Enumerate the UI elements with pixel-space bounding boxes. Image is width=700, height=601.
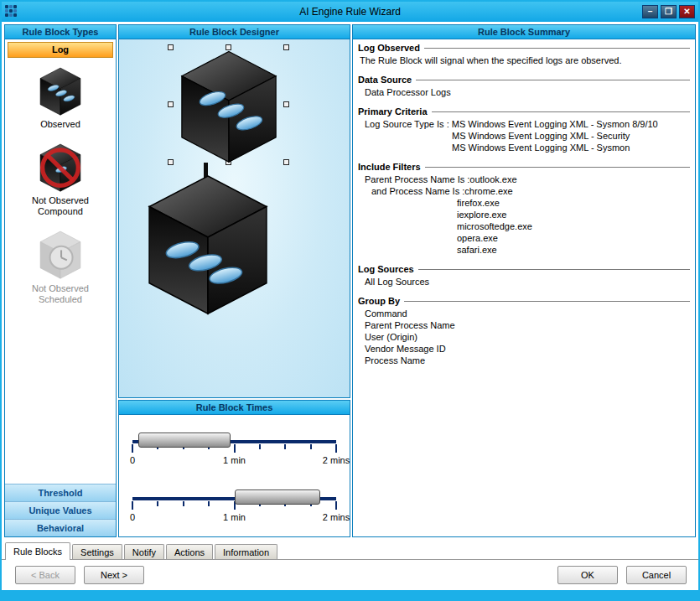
close-button[interactable]: ✕	[679, 5, 695, 18]
maximize-button[interactable]: ❐	[661, 5, 677, 18]
summary-line: Vendor Message ID	[358, 343, 690, 355]
main-content: Rule Block Types Log Observed	[2, 22, 698, 540]
summary-section-title-text: Log Sources	[358, 264, 414, 274]
times-body: 01 min2 mins 01 min2 mins	[119, 415, 350, 536]
window-title: AI Engine Rule Wizard	[2, 6, 698, 18]
minimize-button[interactable]: –	[642, 5, 658, 18]
summary-line: and Process Name Is :chrome.exe	[358, 185, 690, 197]
time-slider-2[interactable]: 01 min2 mins	[132, 479, 336, 534]
summary-line: opera.exe	[358, 232, 690, 244]
slider-tick-label: 0	[130, 455, 135, 465]
slider-tick-label: 1 min	[223, 455, 246, 465]
summary-section-title: Log Observed	[358, 43, 690, 53]
rule-block-times-panel: Rule Block Times 01 min2 mins 01 min2 mi…	[118, 400, 350, 537]
summary-line: Log Source Type Is : MS Windows Event Lo…	[358, 118, 690, 130]
slider-tick-label: 1 min	[223, 512, 246, 522]
summary-line: Process Name	[358, 355, 690, 366]
tab-information[interactable]: Information	[215, 544, 277, 559]
tab-settings[interactable]: Settings	[72, 544, 122, 559]
summary-line: safari.exe	[358, 244, 690, 256]
slider-tick	[259, 444, 261, 449]
back-button[interactable]: < Back	[15, 566, 75, 584]
slider-tick	[335, 501, 337, 510]
section-divider	[424, 48, 690, 50]
summary-section-title: Primary Criteria	[358, 106, 690, 117]
tab-rule-blocks[interactable]: Rule Blocks	[5, 542, 70, 560]
summary-line: MS Windows Event Logging XML - Sysmon	[358, 142, 690, 153]
rule-block-summary-header: Rule Block Summary	[353, 25, 695, 39]
summary-line: iexplore.exe	[358, 209, 690, 220]
not-observed-compound-icon	[39, 143, 82, 192]
summary-line: microsoftedge.exe	[358, 220, 690, 232]
footer-buttons: < Back Next > OK Cancel	[2, 560, 698, 590]
section-divider	[418, 269, 690, 272]
designer-canvas[interactable]	[119, 39, 350, 397]
slider-tick	[234, 444, 236, 453]
slider-tick-label: 2 mins	[323, 512, 350, 522]
summary-line: Parent Process Name	[358, 319, 690, 331]
summary-section: Log ObservedThe Rule Block will signal w…	[358, 43, 690, 66]
slider-tick	[208, 501, 210, 506]
slider-tick	[132, 501, 133, 510]
ai-engine-rule-wizard-window: AI Engine Rule Wizard – ❐ ✕ Rule Block T…	[0, 0, 700, 601]
tab-notify[interactable]: Notify	[124, 544, 164, 559]
summary-section-title-text: Log Observed	[358, 43, 420, 53]
slider-handle[interactable]	[235, 490, 320, 505]
rule-block-summary-panel: Rule Block Summary Log ObservedThe Rule …	[352, 24, 696, 537]
time-slider-1[interactable]: 01 min2 mins	[132, 422, 336, 477]
slider-handle[interactable]	[138, 433, 230, 448]
rule-block-node-2[interactable]	[144, 174, 272, 316]
summary-section: Include FiltersParent Process Name Is :o…	[358, 162, 690, 256]
middle-column: Rule Block Designer	[118, 24, 350, 537]
selection-handle[interactable]	[283, 101, 289, 107]
unique-values-category-button[interactable]: Unique Values	[5, 501, 116, 519]
slider-tick	[310, 444, 312, 449]
category-buttons: Threshold Unique Values Behavioral	[5, 484, 116, 536]
selection-handle[interactable]	[168, 159, 174, 165]
slider-tick-label: 2 mins	[323, 455, 350, 465]
type-list: Observed Not Observed Compound	[5, 60, 116, 484]
slider-tick	[335, 444, 337, 453]
summary-section-title-text: Primary Criteria	[358, 106, 428, 117]
log-category-button[interactable]: Log	[8, 42, 113, 58]
type-item-label: Not Observed Compound	[32, 195, 89, 217]
next-button[interactable]: Next >	[84, 566, 144, 584]
rule-block-designer-header: Rule Block Designer	[119, 25, 350, 39]
rule-block-node-1[interactable]	[178, 49, 280, 164]
type-item-label: Not Observed Scheduled	[32, 283, 89, 305]
summary-line: All Log Sources	[358, 276, 690, 288]
behavioral-category-button[interactable]: Behavioral	[5, 519, 116, 536]
slider-tick-label: 0	[130, 512, 135, 522]
section-divider	[416, 80, 690, 82]
tabs-row: Rule BlocksSettingsNotifyActionsInformat…	[2, 540, 698, 560]
summary-section: Primary CriteriaLog Source Type Is : MS …	[358, 106, 690, 153]
summary-section: Log SourcesAll Log Sources	[358, 264, 690, 288]
selection-handle[interactable]	[168, 101, 174, 107]
type-item-observed[interactable]: Observed	[5, 67, 116, 130]
summary-sections: Log ObservedThe Rule Block will signal w…	[353, 39, 695, 536]
type-item-not-observed-scheduled[interactable]: Not Observed Scheduled	[5, 231, 116, 304]
rule-block-types-panel: Rule Block Types Log Observed	[4, 24, 117, 537]
summary-section-title-text: Include Filters	[358, 162, 421, 172]
summary-section: Group ByCommandParent Process NameUser (…	[358, 296, 690, 366]
slider-tick	[183, 501, 184, 506]
ok-button[interactable]: OK	[557, 566, 618, 584]
tab-actions[interactable]: Actions	[166, 544, 213, 559]
selection-handle[interactable]	[283, 44, 289, 50]
rule-block-types-header: Rule Block Types	[5, 25, 116, 39]
selection-handle[interactable]	[283, 159, 289, 165]
summary-line: Command	[358, 308, 690, 319]
slider-tick	[132, 444, 133, 453]
threshold-category-button[interactable]: Threshold	[5, 484, 116, 501]
section-divider	[432, 111, 690, 114]
cancel-button[interactable]: Cancel	[626, 566, 687, 584]
summary-section-title: Group By	[358, 296, 690, 306]
summary-line: The Rule Block will signal when the spec…	[358, 54, 690, 66]
observed-cube-icon	[39, 67, 82, 116]
summary-section-title: Data Source	[358, 75, 690, 85]
title-bar: AI Engine Rule Wizard – ❐ ✕	[2, 2, 698, 22]
type-item-not-observed-compound[interactable]: Not Observed Compound	[5, 143, 116, 217]
summary-line: Parent Process Name Is :outlook.exe	[358, 174, 690, 185]
selection-handle[interactable]	[168, 44, 174, 50]
slider-tick	[284, 444, 286, 449]
